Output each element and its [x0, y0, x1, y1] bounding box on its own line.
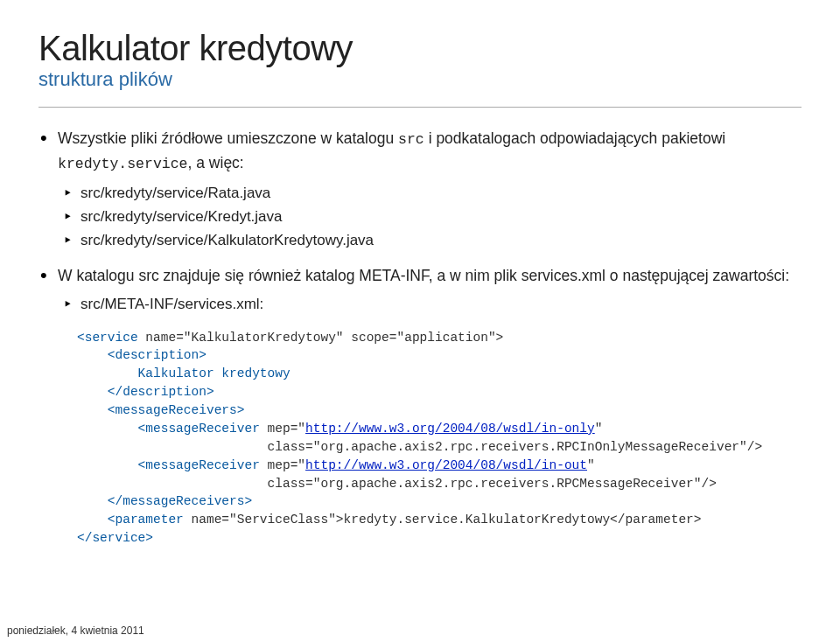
bullet-list: Wszystkie pliki źródłowe umieszczone w k…: [38, 127, 802, 317]
sub-list: src/META-INF/services.xml:: [58, 292, 802, 316]
code-line: ": [587, 458, 595, 472]
url-link[interactable]: http://www.w3.org/2004/08/wsdl/in-only: [305, 422, 595, 436]
text: W katalogu src znajduje się również kata…: [58, 267, 789, 284]
code-line: name="KalkulatorKredytowy" scope="applic…: [145, 331, 503, 345]
sub-item: src/kredyty/service/Rata.java: [58, 181, 802, 205]
code-line: [77, 477, 268, 491]
code-line: </service>: [77, 531, 153, 545]
code-line: <service: [77, 331, 145, 345]
divider: [38, 107, 802, 108]
sub-item: src/kredyty/service/Kredyt.java: [58, 205, 802, 228]
code: kredyty.service: [58, 156, 188, 172]
url-link[interactable]: http://www.w3.org/2004/08/wsdl/in-out: [305, 458, 587, 472]
sub-item: src/META-INF/services.xml:: [58, 292, 802, 316]
text: i podkatalogach odpowiadających pakietow…: [424, 129, 725, 147]
sub-list: src/kredyty/service/Rata.java src/kredyt…: [58, 181, 802, 253]
code-line: <parameter: [77, 513, 192, 527]
code-line: name="ServiceClass">kredyty.service.Kalk…: [192, 513, 702, 527]
code-line: </description>: [77, 385, 214, 399]
code-block: <service name="KalkulatorKredytowy" scop…: [77, 329, 802, 548]
code: src: [398, 131, 424, 148]
text: , a więc:: [188, 154, 244, 171]
sub-item: src/kredyty/service/KalkulatorKredytowy.…: [58, 228, 802, 252]
code-line: [77, 440, 268, 454]
bullet-item: Wszystkie pliki źródłowe umieszczone w k…: [38, 127, 802, 252]
code-line: class="org.apache.axis2.rpc.receivers.RP…: [268, 440, 763, 454]
footer-date: poniedziałek, 4 kwietnia 2011: [7, 625, 144, 637]
text: Wszystkie pliki źródłowe umieszczone w k…: [58, 129, 398, 147]
page-title: Kalkulator kredytowy: [38, 30, 802, 66]
code-line: <messageReceiver: [77, 458, 268, 472]
page-subtitle: struktura plików: [38, 68, 802, 91]
code-line: Kalkulator kredytowy: [77, 366, 290, 380]
code-line: <description>: [77, 348, 206, 362]
code-line: ": [595, 422, 603, 436]
code-line: mep=": [268, 422, 306, 436]
slide: Kalkulator kredytowy struktura plików Ws…: [0, 0, 840, 642]
bullet-item: W katalogu src znajduje się również kata…: [38, 264, 802, 316]
code-line: <messageReceivers>: [77, 403, 244, 417]
code-line: </messageReceivers>: [77, 494, 252, 508]
code-line: mep=": [268, 458, 306, 472]
code-line: class="org.apache.axis2.rpc.receivers.RP…: [268, 477, 717, 491]
code-line: <messageReceiver: [77, 422, 268, 436]
